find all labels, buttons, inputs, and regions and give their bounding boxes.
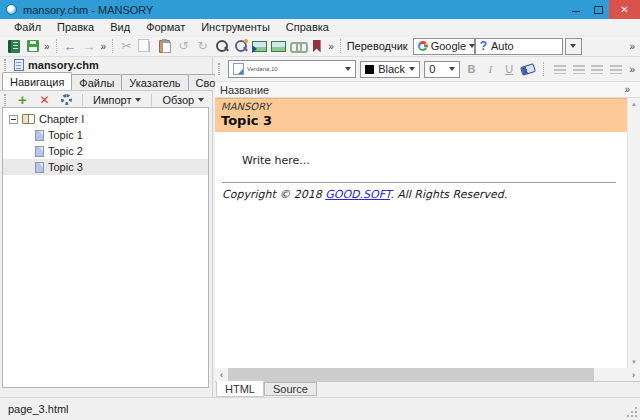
wysiwyg-editor[interactable]: MANSORY Topic 3 Write here... Copyright … [215,98,627,368]
translator-language-select[interactable]: ? Auto [475,38,563,55]
delete-topic-button[interactable]: ✕ [35,91,54,109]
horizontal-scrollbar[interactable]: ‹ › [215,368,640,381]
bold-button[interactable]: B [464,61,479,78]
menu-format[interactable]: Формат [138,19,193,35]
tree-node-label: Topic 2 [48,145,83,157]
scroll-right-icon[interactable]: › [627,370,640,380]
font-size-select[interactable]: 0 [424,61,460,78]
tab-source[interactable]: Source [264,382,317,396]
tree-node-topic3[interactable]: Topic 3 [3,159,208,175]
font-icon [233,63,244,75]
project-file-name: mansory.chm [28,59,99,71]
color-swatch [365,65,374,74]
cut-button[interactable]: ✂ [117,37,136,55]
align-center-button[interactable] [571,61,586,78]
maximize-button[interactable] [587,0,609,19]
insert-image-icon [252,41,267,52]
back-icon: ← [64,39,77,54]
tree-node-topic1[interactable]: Topic 1 [3,127,208,143]
forward-button[interactable]: → [80,37,99,55]
clear-format-button[interactable] [521,61,536,78]
scroll-left-icon[interactable]: ‹ [215,370,228,380]
toolbar-overflow-icon[interactable]: » [627,41,637,52]
scroll-up-icon[interactable]: ▲ [631,101,637,107]
topic-banner: MANSORY Topic 3 [215,98,627,132]
banner-project-name: MANSORY [221,101,621,113]
copy-button[interactable] [136,37,155,55]
header-overflow-icon[interactable]: » [622,84,632,95]
vertical-scrollbar[interactable]: ▲ ▼ [627,98,640,368]
image-button[interactable] [269,37,288,55]
copyright-prefix: Copyright © 2018 [222,188,325,201]
google-logo-icon [418,41,428,51]
menu-tools[interactable]: Инструменты [193,19,278,35]
status-file-name: page_3.html [8,403,69,415]
back-button[interactable]: ← [61,37,80,55]
question-icon: ? [480,39,487,53]
window-title: mansory.chm - MANSORY [23,4,153,16]
scrollbar-thumb[interactable] [228,368,594,381]
paste-button[interactable] [155,37,174,55]
tab-navigation[interactable]: Навигация [2,72,72,90]
toolbar-overflow-icon[interactable]: » [326,41,336,52]
tab-html[interactable]: HTML [216,381,264,397]
toolbar-overflow-icon[interactable]: » [42,41,52,52]
maximize-icon [594,6,603,14]
tree-node-chapter[interactable]: Chapter I [3,111,208,127]
link-button[interactable] [288,37,307,55]
underline-button[interactable]: U [502,61,517,78]
editor-panel: Verdana,10 Black 0 B I U » Название » MA… [215,57,640,397]
resize-grip-icon[interactable] [627,407,637,417]
title-bar: mansory.chm - MANSORY ✕ [0,0,640,19]
text-color-select[interactable]: Black [360,61,420,78]
minimize-button[interactable] [565,0,587,19]
italic-button[interactable]: I [483,61,498,78]
align-left-icon [554,65,566,74]
drag-grip[interactable] [218,63,220,75]
toolbar-overflow-icon[interactable]: » [99,41,109,52]
tab-index[interactable]: Указатель [121,74,188,90]
menu-view[interactable]: Вид [102,19,138,35]
bookmark-button[interactable] [307,37,326,55]
tab-files[interactable]: Файлы [71,74,122,90]
link-icon [290,41,306,51]
insert-image-button[interactable] [250,37,269,55]
copyright-link[interactable]: GOOD.SOFT [325,188,390,201]
title-column-label: Название [220,84,269,96]
close-button[interactable]: ✕ [609,0,640,19]
undo-button[interactable]: ↺ [174,37,193,55]
scroll-down-icon[interactable]: ▼ [631,359,637,365]
topic-body-text[interactable]: Write here... [242,154,627,167]
translator-engine-select[interactable]: Google [413,38,475,55]
collapse-icon[interactable] [9,115,18,124]
toolbar-separator [340,39,341,53]
drag-grip[interactable] [4,94,6,106]
menu-help[interactable]: Справка [278,19,337,35]
book-icon [22,114,35,124]
redo-button[interactable]: ↻ [193,37,212,55]
align-left-button[interactable] [552,61,567,78]
toolbar-overflow-icon[interactable]: » [627,64,637,75]
menu-edit[interactable]: Правка [49,19,102,35]
close-icon: ✕ [620,4,628,15]
add-topic-button[interactable]: + [13,91,32,109]
page-icon [35,146,44,157]
spark-icon [244,39,248,43]
align-right-button[interactable] [590,61,605,78]
tree-node-topic2[interactable]: Topic 2 [3,143,208,159]
eraser-icon [520,63,536,76]
browse-button[interactable]: Обзор [158,94,208,106]
search-button[interactable] [212,37,231,55]
font-select[interactable]: Verdana,10 [228,60,356,78]
settings-button[interactable] [57,91,76,109]
replace-button[interactable] [231,37,250,55]
drag-grip[interactable] [4,59,6,71]
save-button[interactable] [23,37,42,55]
app-icon [6,4,17,15]
import-button[interactable]: Импорт [89,94,145,106]
align-justify-button[interactable] [609,61,624,78]
tree-node-label: Topic 1 [48,129,83,141]
menu-file[interactable]: Файл [6,19,49,35]
translator-language-dropdown-button[interactable] [565,38,582,55]
new-project-button[interactable] [4,37,23,55]
